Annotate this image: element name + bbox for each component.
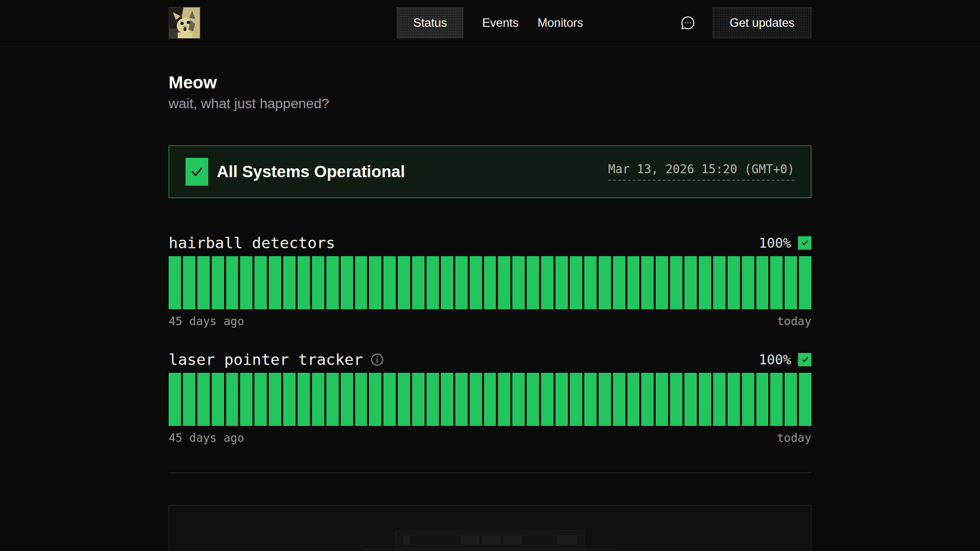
- uptime-day-bar[interactable]: [713, 373, 726, 426]
- uptime-day-bar[interactable]: [512, 256, 525, 309]
- uptime-day-bar[interactable]: [212, 373, 224, 426]
- uptime-day-bar[interactable]: [770, 256, 783, 309]
- uptime-day-bar[interactable]: [498, 256, 510, 309]
- uptime-day-bar[interactable]: [197, 373, 210, 426]
- uptime-day-bar[interactable]: [756, 373, 769, 426]
- uptime-day-bar[interactable]: [383, 373, 396, 426]
- uptime-day-bar[interactable]: [584, 373, 597, 426]
- uptime-day-bar[interactable]: [183, 256, 195, 309]
- uptime-day-bar[interactable]: [756, 256, 769, 309]
- uptime-day-bar[interactable]: [254, 373, 267, 426]
- uptime-day-bar[interactable]: [269, 256, 281, 309]
- uptime-day-bar[interactable]: [541, 373, 553, 426]
- banner-timestamp[interactable]: Mar 13, 2026 15:20 (GMT+0): [608, 163, 795, 181]
- uptime-day-bar[interactable]: [799, 373, 811, 426]
- uptime-day-bar[interactable]: [512, 373, 525, 426]
- uptime-day-bar[interactable]: [441, 373, 453, 426]
- uptime-day-bar[interactable]: [355, 373, 368, 426]
- uptime-day-bar[interactable]: [484, 256, 496, 309]
- uptime-day-bar[interactable]: [226, 373, 239, 426]
- get-updates-button[interactable]: Get updates: [713, 7, 811, 38]
- uptime-day-bar[interactable]: [484, 373, 496, 426]
- uptime-day-bar[interactable]: [699, 256, 711, 309]
- mock-logo-block: [403, 536, 410, 545]
- uptime-day-bar[interactable]: [369, 373, 381, 426]
- uptime-day-bar[interactable]: [455, 373, 468, 426]
- uptime-day-bar[interactable]: [584, 256, 597, 309]
- uptime-day-bar[interactable]: [470, 373, 482, 426]
- uptime-day-bar[interactable]: [197, 256, 210, 309]
- uptime-day-bar[interactable]: [312, 256, 324, 309]
- uptime-day-bar[interactable]: [527, 373, 539, 426]
- uptime-day-bar[interactable]: [283, 373, 296, 426]
- uptime-day-bar[interactable]: [369, 256, 381, 309]
- uptime-day-bar[interactable]: [326, 256, 339, 309]
- nav-tab-status[interactable]: Status: [397, 7, 463, 38]
- uptime-day-bar[interactable]: [355, 256, 368, 309]
- uptime-day-bar[interactable]: [412, 256, 425, 309]
- uptime-day-bar[interactable]: [298, 373, 310, 426]
- uptime-day-bar[interactable]: [169, 256, 181, 309]
- uptime-day-bar[interactable]: [742, 373, 754, 426]
- uptime-day-bar[interactable]: [398, 256, 410, 309]
- site-logo[interactable]: [169, 7, 200, 39]
- uptime-day-bar[interactable]: [269, 373, 281, 426]
- uptime-day-bar[interactable]: [212, 256, 224, 309]
- nav-tab-events[interactable]: Events: [482, 7, 518, 38]
- uptime-day-bar[interactable]: [527, 256, 539, 309]
- uptime-day-bar[interactable]: [570, 256, 582, 309]
- nav-tab-monitors[interactable]: Monitors: [538, 7, 583, 38]
- uptime-day-bar[interactable]: [254, 256, 267, 309]
- uptime-day-bar[interactable]: [570, 373, 582, 426]
- uptime-day-bar[interactable]: [670, 256, 682, 309]
- uptime-day-bar[interactable]: [770, 373, 783, 426]
- uptime-day-bar[interactable]: [613, 373, 625, 426]
- uptime-day-bar[interactable]: [728, 256, 740, 309]
- uptime-day-bar[interactable]: [627, 373, 640, 426]
- uptime-day-bar[interactable]: [641, 373, 654, 426]
- uptime-day-bar[interactable]: [684, 373, 697, 426]
- uptime-day-bar[interactable]: [785, 256, 797, 309]
- uptime-day-bar[interactable]: [341, 373, 353, 426]
- uptime-day-bar[interactable]: [240, 373, 252, 426]
- uptime-day-bar[interactable]: [298, 256, 310, 309]
- uptime-day-bar[interactable]: [684, 256, 697, 309]
- uptime-day-bar[interactable]: [398, 373, 410, 426]
- uptime-day-bar[interactable]: [341, 256, 353, 309]
- uptime-day-bar[interactable]: [670, 373, 682, 426]
- uptime-day-bar[interactable]: [555, 256, 568, 309]
- uptime-day-bar[interactable]: [283, 256, 296, 309]
- uptime-day-bar[interactable]: [799, 256, 811, 309]
- uptime-day-bar[interactable]: [470, 256, 482, 309]
- uptime-day-bar[interactable]: [427, 256, 439, 309]
- uptime-day-bar[interactable]: [656, 373, 668, 426]
- uptime-day-bar[interactable]: [641, 256, 654, 309]
- uptime-day-bar[interactable]: [383, 256, 396, 309]
- uptime-day-bar[interactable]: [455, 256, 468, 309]
- uptime-day-bar[interactable]: [427, 373, 439, 426]
- uptime-bar-chart: [169, 373, 811, 426]
- uptime-day-bar[interactable]: [613, 256, 625, 309]
- uptime-day-bar[interactable]: [555, 373, 568, 426]
- uptime-day-bar[interactable]: [312, 373, 324, 426]
- uptime-day-bar[interactable]: [728, 373, 740, 426]
- uptime-day-bar[interactable]: [599, 373, 611, 426]
- uptime-day-bar[interactable]: [441, 256, 453, 309]
- uptime-day-bar[interactable]: [713, 256, 726, 309]
- uptime-day-bar[interactable]: [699, 373, 711, 426]
- feedback-chat-icon[interactable]: [680, 15, 696, 31]
- uptime-day-bar[interactable]: [742, 256, 754, 309]
- uptime-day-bar[interactable]: [599, 256, 611, 309]
- uptime-day-bar[interactable]: [326, 373, 339, 426]
- uptime-day-bar[interactable]: [169, 373, 181, 426]
- uptime-day-bar[interactable]: [498, 373, 510, 426]
- uptime-day-bar[interactable]: [412, 373, 425, 426]
- uptime-day-bar[interactable]: [627, 256, 640, 309]
- uptime-day-bar[interactable]: [656, 256, 668, 309]
- uptime-day-bar[interactable]: [240, 256, 252, 309]
- uptime-day-bar[interactable]: [541, 256, 553, 309]
- monitor-info-icon[interactable]: [370, 352, 384, 367]
- uptime-day-bar[interactable]: [183, 373, 195, 426]
- uptime-day-bar[interactable]: [226, 256, 239, 309]
- uptime-day-bar[interactable]: [785, 373, 797, 426]
